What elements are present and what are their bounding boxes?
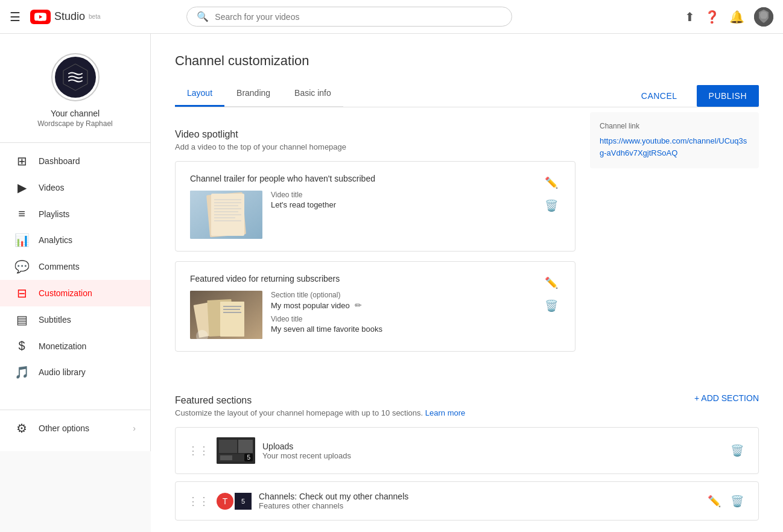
featured-video-title: Featured video for returning subscribers	[190, 274, 533, 283]
featured-video-actions: ✏️ 🗑️	[542, 274, 560, 315]
delete-featured-video-button[interactable]: 🗑️	[542, 297, 560, 315]
svg-rect-18	[223, 309, 240, 310]
channel-link-url[interactable]: https://www.youtube.com/channel/UCuq3sg-…	[600, 135, 749, 159]
nav-label-analytics: Analytics	[39, 235, 72, 245]
svg-rect-23	[238, 440, 253, 453]
uploads-info: Uploads Your most recent uploads	[262, 442, 721, 460]
channel-link-box: Channel link https://www.youtube.com/cha…	[590, 112, 759, 168]
video-spotlight-section: Video spotlight Add a video to the top o…	[175, 112, 759, 361]
nav-label-subtitles: Subtitles	[39, 315, 71, 325]
edit-featured-video-button[interactable]: ✏️	[542, 274, 560, 292]
channel-trailer-video-label: Video title	[271, 191, 336, 199]
featured-video-thumbnail	[190, 291, 262, 339]
menu-icon[interactable]: ☰	[10, 10, 21, 24]
featured-video-video-value: My seven all time favorite books	[271, 325, 382, 334]
channel-logo-icon	[60, 62, 91, 93]
avatar[interactable]	[754, 7, 773, 27]
tab-layout[interactable]: Layout	[175, 81, 224, 107]
s-badge: 5	[235, 493, 252, 510]
featured-video-card: Featured video for returning subscribers	[175, 261, 575, 352]
channel-avatar-inner	[55, 57, 96, 98]
channel-trailer-thumbnail	[190, 191, 262, 239]
nav-item-dashboard[interactable]: ⊞ Dashboard	[0, 148, 150, 174]
search-icon: 🔍	[197, 11, 209, 22]
channel-link-label: Channel link	[600, 122, 749, 130]
nav-item-other-options[interactable]: ⚙ Other options ›	[0, 415, 150, 442]
upload-icon[interactable]: ⬆	[685, 10, 695, 24]
nav-item-playlists[interactable]: ≡ Playlists	[0, 201, 150, 227]
add-section-button[interactable]: + ADD SECTION	[694, 393, 759, 403]
logo[interactable]: Studiobeta	[30, 10, 101, 24]
nav-label-customization: Customization	[39, 288, 92, 298]
delete-uploads-button[interactable]: 🗑️	[728, 442, 746, 460]
dashboard-icon: ⊞	[14, 154, 29, 168]
notification-icon[interactable]: 🔔	[729, 10, 744, 24]
edit-channels-button[interactable]: ✏️	[705, 492, 723, 510]
edit-section-title-icon[interactable]: ✏	[355, 300, 362, 310]
channel-avatar[interactable]	[51, 53, 100, 101]
svg-rect-17	[223, 306, 241, 307]
videos-icon: ▶	[14, 180, 29, 195]
delete-channels-button[interactable]: 🗑️	[728, 492, 746, 510]
tab-branding[interactable]: Branding	[224, 81, 282, 107]
top-navigation: ☰ Studiobeta 🔍 ⬆ ❓ 🔔	[0, 0, 783, 34]
drag-handle-uploads[interactable]: ⋮⋮	[188, 444, 209, 457]
tab-basic-info[interactable]: Basic info	[282, 81, 343, 107]
page-title: Channel customization	[175, 53, 759, 69]
nav-item-comments[interactable]: 💬 Comments	[0, 253, 150, 280]
tabs-row: Layout Branding Basic info CANCEL PUBLIS…	[175, 81, 759, 107]
edit-channel-trailer-button[interactable]: ✏️	[542, 174, 560, 192]
help-icon[interactable]: ❓	[705, 10, 720, 24]
cancel-button[interactable]: CANCEL	[629, 86, 689, 106]
nav-item-monetization[interactable]: $ Monetization	[0, 333, 150, 359]
publish-button[interactable]: PUBLISH	[697, 85, 759, 107]
tab-actions: CANCEL PUBLISH	[629, 85, 759, 107]
drag-handle-channels[interactable]: ⋮⋮	[188, 495, 209, 508]
customization-icon: ⊟	[14, 286, 29, 300]
nav-item-analytics[interactable]: 📊 Analytics	[0, 227, 150, 253]
nav-item-subtitles[interactable]: ▤ Subtitles	[0, 306, 150, 333]
t-avatar: T	[217, 493, 233, 510]
main-content: Channel customization Layout Branding Ba…	[151, 34, 783, 532]
featured-sections-header: Featured sections Customize the layout o…	[175, 378, 759, 417]
channel-info: Your channel Wordscape by Raphael	[0, 43, 150, 143]
channel-trailer-card: Channel trailer for people who haven't s…	[175, 161, 575, 252]
svg-rect-22	[219, 440, 237, 453]
channel-trailer-title: Channel trailer for people who haven't s…	[190, 174, 533, 183]
settings-icon: ⚙	[14, 421, 29, 435]
nav-item-audio-library[interactable]: 🎵 Audio library	[0, 359, 150, 385]
spotlight-cards: Video spotlight Add a video to the top o…	[175, 112, 575, 361]
tabs: Layout Branding Basic info	[175, 81, 343, 107]
nav-label-dashboard: Dashboard	[39, 156, 80, 166]
sidebar: Your channel Wordscape by Raphael ⊞ Dash…	[0, 34, 151, 451]
featured-video-section-label: Section title (optional)	[271, 291, 382, 299]
featured-sections-sub: Customize the layout of your channel hom…	[175, 408, 465, 417]
channel-trailer-actions: ✏️ 🗑️	[542, 174, 560, 215]
search-bar: 🔍	[186, 7, 512, 27]
channel-trailer-video-value: Let's read together	[271, 200, 336, 209]
nav-label-audio-library: Audio library	[39, 367, 86, 377]
nav-label-monetization: Monetization	[39, 341, 86, 351]
uploads-section-row: ⋮⋮ 5 Uploads Your most recent uploads 🗑️	[175, 427, 759, 474]
uploads-name: Uploads	[262, 442, 721, 451]
video-spotlight-title: Video spotlight	[175, 129, 575, 140]
other-options-arrow: ›	[133, 423, 136, 433]
logo-text: Studio	[54, 10, 85, 23]
channels-name: Channels: Check out my other channels	[259, 492, 698, 501]
channels-actions: ✏️ 🗑️	[705, 492, 746, 510]
analytics-icon: 📊	[14, 233, 29, 247]
featured-title-group: Featured sections Customize the layout o…	[175, 378, 465, 417]
search-input[interactable]	[215, 12, 502, 22]
channels-desc: Features other channels	[259, 501, 698, 510]
monetization-icon: $	[14, 339, 29, 353]
learn-more-link[interactable]: Learn more	[425, 408, 465, 417]
channels-section-row: ⋮⋮ T 5 Channels: Check out my other chan…	[175, 481, 759, 521]
delete-channel-trailer-button[interactable]: 🗑️	[542, 197, 560, 215]
channels-thumb-group: T 5	[217, 493, 252, 510]
audio-library-icon: 🎵	[14, 365, 29, 379]
nav-item-videos[interactable]: ▶ Videos	[0, 174, 150, 201]
nav-label-videos: Videos	[39, 183, 65, 192]
channel-subtitle: Wordscape by Raphael	[0, 119, 150, 128]
featured-video-section-value: My most popular video	[271, 301, 350, 310]
nav-item-customization[interactable]: ⊟ Customization	[0, 280, 150, 306]
